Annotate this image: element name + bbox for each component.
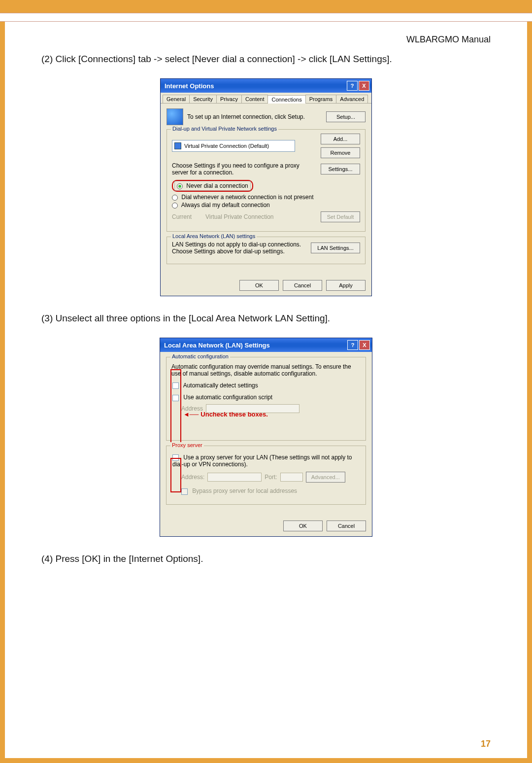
setup-button[interactable]: Setup... — [326, 111, 366, 122]
lan-group: Local Area Network (LAN) settings LAN Se… — [166, 237, 366, 264]
set-default-button: Set Default — [321, 211, 360, 222]
dialog1-title: Internet Options — [165, 82, 214, 90]
tab-general[interactable]: General — [163, 95, 190, 103]
advanced-button: Advanced... — [306, 472, 345, 483]
tab-content[interactable]: Content — [241, 95, 268, 103]
ok-button[interactable]: OK — [239, 280, 279, 291]
proxy-address-label: Address: — [181, 474, 204, 481]
radio-whenever-label: Dial whenever a network connection is no… — [181, 194, 313, 201]
dialog1-tabrow: General Security Privacy Content Connect… — [161, 93, 371, 104]
step-2-text: (2) Click [Connections] tab -> select [N… — [41, 54, 491, 65]
dialog2-titlebar: Local Area Network (LAN) Settings ? X — [160, 338, 372, 352]
remove-button[interactable]: Remove — [321, 147, 360, 158]
annotation-arrow: ◄── Uncheck these boxes. — [183, 411, 268, 418]
dialog1-titlebar: Internet Options ? X — [161, 79, 371, 93]
ok-button[interactable]: OK — [283, 520, 323, 531]
page-nav-strip — [0, 13, 532, 22]
dialog2-container: Local Area Network (LAN) Settings ? X Au… — [41, 338, 491, 537]
tab-security[interactable]: Security — [189, 95, 217, 103]
current-value: Virtual Private Connection — [205, 213, 317, 220]
radio-never[interactable] — [177, 183, 183, 189]
tab-privacy[interactable]: Privacy — [216, 95, 242, 103]
document-page: WLBARGMO Manual (2) Click [Connections] … — [5, 22, 527, 758]
dialup-group: Dial-up and Virtual Private Network sett… — [166, 129, 366, 232]
port-input — [280, 473, 303, 482]
close-button[interactable]: X — [359, 340, 370, 350]
proxy-legend: Proxy server — [170, 442, 204, 448]
connection-listbox[interactable]: Virtual Private Connection (Default) — [172, 140, 295, 152]
apply-button[interactable]: Apply — [326, 280, 366, 291]
globe-icon — [166, 108, 183, 125]
cancel-button[interactable]: Cancel — [327, 520, 366, 531]
dialog1-titlebar-buttons: ? X — [347, 81, 369, 91]
dialog1-panel: To set up an Internet connection, click … — [161, 104, 371, 275]
checkbox-detect-label: Automatically detect settings — [183, 382, 258, 389]
arrow-left-icon: ◄── — [183, 411, 199, 418]
dialup-legend: Dial-up and Virtual Private Network sett… — [171, 126, 278, 132]
port-label: Port: — [265, 474, 277, 481]
checkbox-proxy-label: Use a proxy server for your LAN (These s… — [172, 454, 352, 468]
dialog2-panel: Automatic configuration Automatic config… — [160, 352, 372, 516]
dialog2-title: Local Area Network (LAN) Settings — [164, 342, 270, 349]
step-4-text: (4) Press [OK] in the [Internet Options]… — [41, 554, 491, 564]
annotation-text: Uncheck these boxes. — [200, 411, 268, 418]
help-button[interactable]: ? — [347, 81, 358, 91]
auto-config-text: Automatic configuration may override man… — [171, 363, 361, 377]
radio-always-label: Always dial my default connection — [181, 202, 270, 208]
tab-advanced[interactable]: Advanced — [336, 95, 368, 103]
step-3-text: (3) Unselect all three options in the [L… — [41, 313, 491, 324]
dialog1-button-row: OK Cancel Apply — [161, 275, 371, 296]
dialog2-titlebar-buttons: ? X — [347, 340, 370, 350]
page-top-band — [0, 0, 532, 13]
page-number: 17 — [481, 739, 491, 749]
cancel-button[interactable]: Cancel — [283, 280, 322, 291]
tab-connections[interactable]: Connections — [267, 95, 305, 104]
radio-never-label: Never dial a connection — [186, 182, 248, 189]
choose-text: Choose Settings if you need to configure… — [172, 162, 317, 176]
checkbox-bypass — [181, 488, 188, 495]
annotation-red-box — [170, 369, 181, 443]
auto-config-group: Automatic configuration Automatic config… — [166, 357, 366, 441]
radio-always[interactable] — [172, 203, 178, 208]
help-button[interactable]: ? — [347, 340, 358, 350]
proxy-group: Proxy server Use a proxy server for your… — [166, 446, 366, 505]
checkbox-bypass-label: Bypass proxy server for local addresses — [192, 487, 297, 494]
checkbox-script-label: Use automatic configuration script — [183, 394, 272, 401]
auto-config-legend: Automatic configuration — [170, 353, 230, 359]
lan-legend: Local Area Network (LAN) settings — [171, 233, 257, 239]
close-button[interactable]: X — [359, 81, 369, 91]
list-item: Virtual Private Connection (Default) — [184, 143, 269, 149]
tab-programs[interactable]: Programs — [305, 95, 337, 103]
add-button[interactable]: Add... — [321, 134, 360, 144]
lan-text: LAN Settings do not apply to dial-up con… — [172, 241, 307, 255]
radio-whenever[interactable] — [172, 195, 178, 201]
settings-button[interactable]: Settings... — [321, 164, 360, 174]
setup-text: To set up an Internet connection, click … — [187, 113, 322, 120]
dialog2-button-row: OK Cancel — [160, 516, 372, 536]
proxy-address-input — [207, 473, 262, 482]
lan-settings-dialog: Local Area Network (LAN) Settings ? X Au… — [160, 338, 372, 537]
doc-header-title: WLBARGMO Manual — [41, 35, 491, 45]
internet-options-dialog: Internet Options ? X General Security Pr… — [160, 78, 372, 296]
annotation-highlight-oval: Never dial a connection — [172, 180, 253, 192]
dialog1-container: Internet Options ? X General Security Pr… — [41, 78, 491, 296]
network-icon — [174, 142, 181, 149]
current-label: Current — [172, 213, 201, 220]
annotation-red-box-2 — [170, 458, 181, 492]
lan-settings-button[interactable]: LAN Settings... — [311, 243, 360, 253]
